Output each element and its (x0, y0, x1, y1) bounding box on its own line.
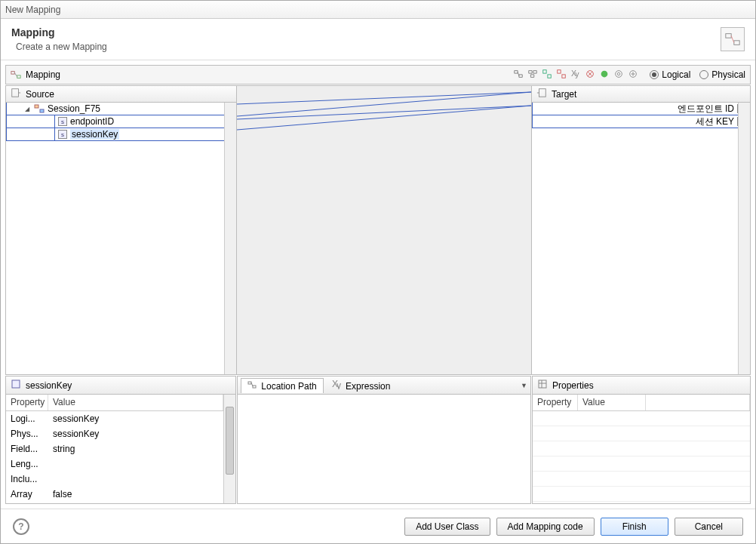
action-icon-5[interactable]: Xy (570, 69, 581, 81)
col-property[interactable]: Property (6, 395, 48, 410)
table-row[interactable]: Logi...sessionKey (6, 411, 223, 426)
radio-unchecked-icon (699, 70, 708, 79)
target-panel: Target 엔드포인트 ID s 세션 KEY s (531, 86, 750, 374)
table-row[interactable]: Leng... (6, 456, 223, 472)
target-tree[interactable]: 엔드포인트 ID s 세션 KEY s (532, 103, 750, 374)
expression-icon: Xy (332, 381, 341, 392)
properties-icon (537, 379, 548, 392)
svg-rect-15 (12, 89, 19, 97)
source-scrollbar[interactable] (224, 103, 236, 374)
selected-field-header: sessionKey (6, 376, 235, 395)
svg-point-13 (618, 72, 621, 75)
source-root-node[interactable]: ◢ Session_F75 (6, 103, 236, 115)
target-scrollbar[interactable] (738, 103, 750, 374)
expression-tabs: Location Path Xy Expression ▼ (238, 376, 530, 395)
source-field-row[interactable]: s endpointID (6, 115, 236, 128)
target-field-row[interactable]: 엔드포인트 ID s (532, 103, 750, 115)
mapping-link-line[interactable] (237, 106, 531, 130)
string-type-icon: s (58, 130, 67, 139)
titlebar[interactable]: New Mapping (1, 1, 755, 19)
expression-panel: Location Path Xy Expression ▼ (237, 376, 531, 504)
mapping-icon (11, 69, 21, 80)
target-header-label: Target (552, 89, 576, 100)
view-logical-radio[interactable]: Logical (650, 69, 690, 80)
mapping-link-canvas[interactable] (237, 86, 531, 374)
tab-expression[interactable]: Xy Expression (325, 378, 398, 393)
svg-point-12 (616, 70, 622, 77)
view-physical-radio[interactable]: Physical (699, 69, 745, 80)
action-icon-6[interactable] (585, 69, 595, 81)
mapping-link-line[interactable] (237, 92, 531, 104)
col-value[interactable]: Value (48, 395, 223, 410)
field-icon (11, 379, 21, 392)
svg-text:y: y (575, 69, 579, 78)
string-type-icon: s (58, 117, 67, 126)
left-panel-scrollbar[interactable] (223, 395, 235, 503)
svg-rect-20 (248, 382, 251, 384)
window-title: New Mapping (5, 5, 60, 15)
mapping-canvas: Source ◢ Session_F75 s endpointID (5, 85, 751, 375)
table-row[interactable] (533, 472, 750, 487)
target-panel-header: Target (532, 86, 750, 103)
expand-collapse-icon[interactable]: ◢ (23, 105, 31, 112)
svg-rect-2 (11, 72, 14, 75)
selected-field-title: sessionKey (26, 380, 72, 391)
dialog-header: Mapping Create a new Mapping (1, 19, 755, 60)
action-icon-1[interactable] (513, 69, 524, 81)
source-tree[interactable]: ◢ Session_F75 s endpointID s sessionKey (6, 103, 236, 374)
selected-field-panel: sessionKey Property Value Logi...session… (5, 376, 236, 504)
action-icon-8[interactable] (613, 69, 624, 81)
svg-rect-1 (734, 41, 739, 45)
table-row[interactable]: Phys...sessionKey (6, 426, 223, 441)
table-row[interactable] (533, 411, 750, 426)
tab-menu-chevron-icon[interactable]: ▼ (521, 382, 527, 389)
svg-text:y: y (337, 380, 341, 389)
finish-button[interactable]: Finish (601, 518, 668, 536)
target-field-row[interactable]: 세션 KEY s (532, 115, 750, 128)
object-icon (34, 104, 45, 113)
table-row[interactable]: Arrayfalse (6, 487, 223, 502)
tab-location-path[interactable]: Location Path (241, 378, 324, 393)
source-field-row[interactable]: s sessionKey (6, 128, 236, 141)
table-row[interactable]: Field...string (6, 441, 223, 456)
svg-rect-18 (539, 89, 546, 97)
table-row[interactable] (533, 487, 750, 502)
table-row[interactable]: Inclu... (6, 472, 223, 487)
svg-rect-0 (726, 34, 731, 38)
action-icon-2[interactable] (527, 69, 538, 81)
target-field-label: 엔드포인트 ID (678, 103, 734, 115)
cancel-button[interactable]: Cancel (675, 518, 743, 536)
table-row[interactable] (533, 426, 750, 441)
table-row[interactable] (533, 456, 750, 472)
dialog-footer: ? Add User Class Add Mapping code Finish… (1, 509, 755, 543)
action-icon-3[interactable] (542, 69, 552, 81)
target-header-icon (536, 88, 547, 100)
action-icon-7[interactable] (599, 69, 610, 81)
col-property[interactable]: Property (533, 395, 578, 410)
source-header-label: Source (26, 89, 54, 100)
table-row[interactable] (533, 441, 750, 456)
tab-expression-label: Expression (346, 381, 390, 392)
properties-panel: Properties Property Value (532, 376, 751, 504)
mapping-toolbar: Mapping Xy Logical (5, 65, 751, 85)
help-icon[interactable]: ? (13, 518, 29, 535)
add-mapping-code-button[interactable]: Add Mapping code (496, 518, 595, 536)
dialog-content: Mapping Xy Logical (1, 60, 755, 509)
svg-rect-7 (562, 74, 565, 77)
col-value[interactable]: Value (578, 395, 646, 410)
mapping-toolbar-actions: Xy Logical Physical (513, 69, 745, 81)
radio-checked-icon (650, 70, 659, 79)
source-panel-header: Source (6, 86, 236, 103)
view-logical-label: Logical (662, 69, 690, 80)
action-icon-9[interactable] (628, 69, 638, 81)
source-header-icon (11, 88, 21, 100)
svg-rect-24 (539, 380, 546, 388)
action-icon-4[interactable] (556, 69, 567, 81)
svg-rect-4 (543, 69, 546, 72)
expression-editor[interactable] (238, 395, 530, 503)
page-subtitle: Create a new Mapping (16, 41, 107, 52)
page-title: Mapping (11, 26, 107, 38)
add-user-class-button[interactable]: Add User Class (404, 518, 490, 536)
selected-field-rows: Logi...sessionKey Phys...sessionKey Fiel… (6, 411, 223, 502)
svg-point-11 (601, 70, 608, 77)
